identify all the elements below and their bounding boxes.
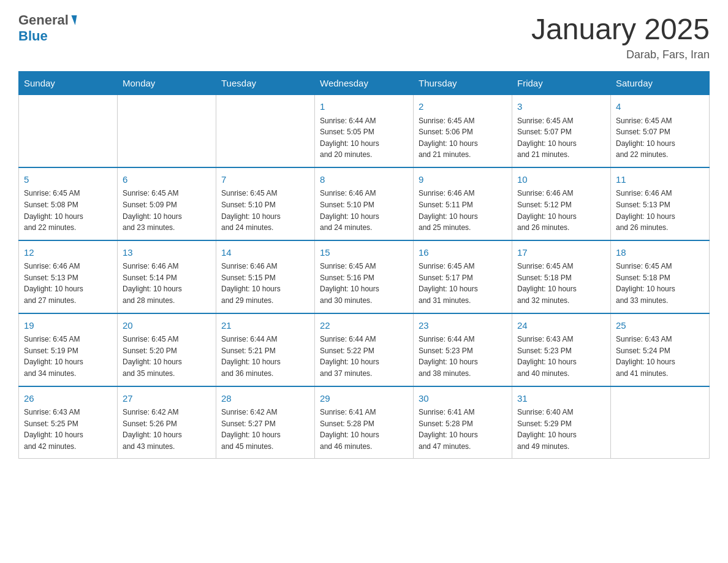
calendar-cell: 31Sunrise: 6:40 AM Sunset: 5:29 PM Dayli… — [512, 386, 611, 459]
day-number: 19 — [24, 319, 112, 333]
calendar-cell: 4Sunrise: 6:45 AM Sunset: 5:07 PM Daylig… — [611, 95, 710, 167]
calendar-cell: 22Sunrise: 6:44 AM Sunset: 5:22 PM Dayli… — [315, 313, 414, 386]
day-number: 15 — [320, 246, 408, 260]
day-header-wednesday: Wednesday — [315, 72, 414, 95]
day-number: 25 — [616, 319, 704, 333]
day-header-monday: Monday — [118, 72, 216, 95]
day-number: 1 — [320, 100, 408, 114]
calendar-week-row: 19Sunrise: 6:45 AM Sunset: 5:19 PM Dayli… — [19, 313, 710, 386]
day-header-saturday: Saturday — [611, 72, 710, 95]
calendar-subtitle: Darab, Fars, Iran — [531, 48, 710, 61]
calendar-cell: 14Sunrise: 6:46 AM Sunset: 5:15 PM Dayli… — [216, 240, 315, 313]
day-number: 24 — [517, 319, 605, 333]
day-info: Sunrise: 6:46 AM Sunset: 5:10 PM Dayligh… — [320, 188, 408, 233]
day-header-tuesday: Tuesday — [216, 72, 315, 95]
day-number: 26 — [24, 392, 112, 406]
day-number: 21 — [221, 319, 309, 333]
calendar-cell: 29Sunrise: 6:41 AM Sunset: 5:28 PM Dayli… — [315, 386, 414, 459]
calendar-cell: 13Sunrise: 6:46 AM Sunset: 5:14 PM Dayli… — [118, 240, 216, 313]
calendar-cell: 15Sunrise: 6:45 AM Sunset: 5:16 PM Dayli… — [315, 240, 414, 313]
day-info: Sunrise: 6:41 AM Sunset: 5:28 PM Dayligh… — [320, 407, 408, 452]
day-info: Sunrise: 6:43 AM Sunset: 5:25 PM Dayligh… — [24, 407, 112, 452]
calendar-cell: 12Sunrise: 6:46 AM Sunset: 5:13 PM Dayli… — [19, 240, 118, 313]
day-header-thursday: Thursday — [414, 72, 512, 95]
day-number: 23 — [419, 319, 507, 333]
day-info: Sunrise: 6:40 AM Sunset: 5:29 PM Dayligh… — [517, 407, 605, 452]
day-info: Sunrise: 6:44 AM Sunset: 5:23 PM Dayligh… — [419, 334, 507, 379]
calendar-cell — [19, 95, 118, 167]
day-number: 8 — [320, 173, 408, 187]
day-header-sunday: Sunday — [19, 72, 118, 95]
calendar-cell: 2Sunrise: 6:45 AM Sunset: 5:06 PM Daylig… — [414, 95, 512, 167]
logo-general-text: General — [18, 12, 69, 28]
day-number: 16 — [419, 246, 507, 260]
calendar-week-row: 26Sunrise: 6:43 AM Sunset: 5:25 PM Dayli… — [19, 386, 710, 459]
calendar-cell: 6Sunrise: 6:45 AM Sunset: 5:09 PM Daylig… — [118, 167, 216, 240]
day-number: 2 — [419, 100, 507, 114]
day-number: 20 — [123, 319, 211, 333]
day-info: Sunrise: 6:44 AM Sunset: 5:21 PM Dayligh… — [221, 334, 309, 379]
day-number: 17 — [517, 246, 605, 260]
logo: General Blue — [18, 12, 76, 44]
day-number: 29 — [320, 392, 408, 406]
calendar-cell: 28Sunrise: 6:42 AM Sunset: 5:27 PM Dayli… — [216, 386, 315, 459]
calendar-week-row: 5Sunrise: 6:45 AM Sunset: 5:08 PM Daylig… — [19, 167, 710, 240]
day-info: Sunrise: 6:45 AM Sunset: 5:18 PM Dayligh… — [517, 261, 605, 306]
calendar-cell: 7Sunrise: 6:45 AM Sunset: 5:10 PM Daylig… — [216, 167, 315, 240]
calendar-cell: 8Sunrise: 6:46 AM Sunset: 5:10 PM Daylig… — [315, 167, 414, 240]
day-number: 12 — [24, 246, 112, 260]
day-number: 31 — [517, 392, 605, 406]
day-number: 3 — [517, 100, 605, 114]
day-info: Sunrise: 6:44 AM Sunset: 5:05 PM Dayligh… — [320, 115, 408, 161]
title-section: January 2025 Darab, Fars, Iran — [531, 12, 710, 61]
day-number: 14 — [221, 246, 309, 260]
day-info: Sunrise: 6:43 AM Sunset: 5:23 PM Dayligh… — [517, 334, 605, 379]
day-info: Sunrise: 6:45 AM Sunset: 5:17 PM Dayligh… — [419, 261, 507, 306]
calendar-cell: 3Sunrise: 6:45 AM Sunset: 5:07 PM Daylig… — [512, 95, 611, 167]
calendar-cell: 19Sunrise: 6:45 AM Sunset: 5:19 PM Dayli… — [19, 313, 118, 386]
day-number: 13 — [123, 246, 211, 260]
logo-blue-text: Blue — [18, 28, 48, 44]
day-info: Sunrise: 6:46 AM Sunset: 5:13 PM Dayligh… — [24, 261, 112, 306]
calendar-cell: 1Sunrise: 6:44 AM Sunset: 5:05 PM Daylig… — [315, 95, 414, 167]
calendar-cell: 16Sunrise: 6:45 AM Sunset: 5:17 PM Dayli… — [414, 240, 512, 313]
day-number: 10 — [517, 173, 605, 187]
calendar-title: January 2025 — [531, 12, 710, 46]
day-number: 4 — [616, 100, 704, 114]
day-number: 5 — [24, 173, 112, 187]
calendar-cell: 25Sunrise: 6:43 AM Sunset: 5:24 PM Dayli… — [611, 313, 710, 386]
day-info: Sunrise: 6:45 AM Sunset: 5:07 PM Dayligh… — [616, 115, 704, 161]
day-info: Sunrise: 6:42 AM Sunset: 5:26 PM Dayligh… — [123, 407, 211, 452]
day-info: Sunrise: 6:45 AM Sunset: 5:16 PM Dayligh… — [320, 261, 408, 306]
calendar-cell: 23Sunrise: 6:44 AM Sunset: 5:23 PM Dayli… — [414, 313, 512, 386]
calendar-table: SundayMondayTuesdayWednesdayThursdayFrid… — [18, 71, 710, 459]
day-info: Sunrise: 6:43 AM Sunset: 5:24 PM Dayligh… — [616, 334, 704, 379]
day-number: 6 — [123, 173, 211, 187]
day-header-friday: Friday — [512, 72, 611, 95]
page-header: General Blue January 2025 Darab, Fars, I… — [18, 12, 710, 61]
day-info: Sunrise: 6:45 AM Sunset: 5:08 PM Dayligh… — [24, 188, 112, 233]
calendar-cell: 26Sunrise: 6:43 AM Sunset: 5:25 PM Dayli… — [19, 386, 118, 459]
day-number: 9 — [419, 173, 507, 187]
calendar-cell: 20Sunrise: 6:45 AM Sunset: 5:20 PM Dayli… — [118, 313, 216, 386]
day-info: Sunrise: 6:45 AM Sunset: 5:06 PM Dayligh… — [419, 115, 507, 161]
calendar-cell: 10Sunrise: 6:46 AM Sunset: 5:12 PM Dayli… — [512, 167, 611, 240]
calendar-cell: 30Sunrise: 6:41 AM Sunset: 5:28 PM Dayli… — [414, 386, 512, 459]
calendar-cell: 18Sunrise: 6:45 AM Sunset: 5:18 PM Dayli… — [611, 240, 710, 313]
calendar-cell: 9Sunrise: 6:46 AM Sunset: 5:11 PM Daylig… — [414, 167, 512, 240]
calendar-cell: 17Sunrise: 6:45 AM Sunset: 5:18 PM Dayli… — [512, 240, 611, 313]
day-number: 7 — [221, 173, 309, 187]
calendar-cell: 27Sunrise: 6:42 AM Sunset: 5:26 PM Dayli… — [118, 386, 216, 459]
day-info: Sunrise: 6:45 AM Sunset: 5:18 PM Dayligh… — [616, 261, 704, 306]
day-number: 11 — [616, 173, 704, 187]
calendar-cell: 11Sunrise: 6:46 AM Sunset: 5:13 PM Dayli… — [611, 167, 710, 240]
day-info: Sunrise: 6:46 AM Sunset: 5:15 PM Dayligh… — [221, 261, 309, 306]
day-number: 22 — [320, 319, 408, 333]
day-info: Sunrise: 6:45 AM Sunset: 5:19 PM Dayligh… — [24, 334, 112, 379]
calendar-week-row: 12Sunrise: 6:46 AM Sunset: 5:13 PM Dayli… — [19, 240, 710, 313]
logo-arrow-icon — [70, 15, 77, 25]
calendar-cell: 24Sunrise: 6:43 AM Sunset: 5:23 PM Dayli… — [512, 313, 611, 386]
day-info: Sunrise: 6:45 AM Sunset: 5:10 PM Dayligh… — [221, 188, 309, 233]
day-info: Sunrise: 6:41 AM Sunset: 5:28 PM Dayligh… — [419, 407, 507, 452]
calendar-cell — [611, 386, 710, 459]
